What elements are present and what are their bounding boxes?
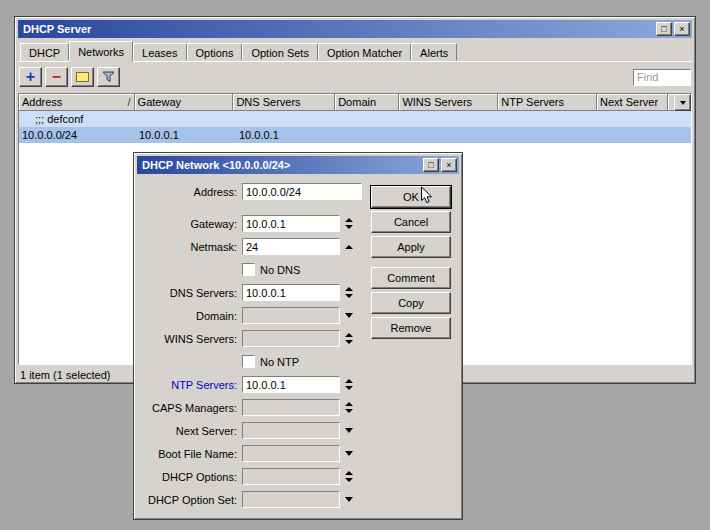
comment-text: ;;; defconf [35, 113, 83, 125]
table-row-comment[interactable]: ;;; defconf [19, 111, 691, 127]
dhcp-option-set-row: DHCP Option Set: [143, 488, 369, 511]
gateway-spinner[interactable] [342, 218, 356, 229]
close-icon: × [679, 24, 684, 34]
spin-down-icon [345, 386, 353, 390]
next-server-dropdown[interactable] [342, 428, 356, 433]
dialog-body: Address: Gateway: Netmask: [137, 174, 459, 509]
column-label: DNS Servers [236, 96, 300, 108]
ok-button[interactable]: OK [371, 186, 451, 208]
gateway-field[interactable] [242, 215, 340, 232]
cell-address: 10.0.0.0/24 [19, 129, 136, 141]
column-header-domain[interactable]: Domain [335, 94, 399, 111]
netmask-label: Netmask: [143, 241, 242, 253]
maximize-button[interactable]: □ [656, 22, 672, 36]
tab-label: DHCP [29, 47, 60, 59]
next-server-field[interactable] [242, 422, 340, 439]
column-header-gateway[interactable]: Gateway [135, 94, 234, 111]
ntp-servers-spinner[interactable] [342, 379, 356, 390]
cancel-button[interactable]: Cancel [371, 211, 451, 233]
address-row: Address: [143, 180, 369, 203]
spin-down-icon [345, 225, 353, 229]
wins-servers-spinner[interactable] [342, 333, 356, 344]
column-select-button[interactable] [674, 94, 691, 111]
column-header-address[interactable]: Address / [19, 94, 135, 111]
dhcp-option-set-field[interactable] [242, 491, 340, 508]
comment-icon [76, 72, 89, 82]
spin-down-icon [345, 409, 353, 413]
dialog-fields: Address: Gateway: Netmask: [143, 180, 369, 511]
tab-leases[interactable]: Leases [133, 43, 186, 61]
tab-alerts[interactable]: Alerts [411, 43, 457, 61]
tab-label: Networks [78, 46, 124, 58]
remove-button[interactable]: − [45, 67, 68, 87]
tab-label: Alerts [420, 47, 448, 59]
tab-label: Leases [142, 47, 177, 59]
dialog-maximize-button[interactable]: □ [423, 158, 439, 172]
column-label: WINS Servers [402, 96, 472, 108]
dns-servers-spinner[interactable] [342, 287, 356, 298]
dropdown-icon [680, 101, 686, 105]
spin-up-icon [345, 333, 353, 337]
maximize-icon: □ [428, 160, 433, 170]
caps-managers-row: CAPS Managers: [143, 396, 369, 419]
find-input[interactable] [633, 69, 691, 86]
close-button[interactable]: × [674, 22, 690, 36]
next-server-label: Next Server: [143, 425, 242, 437]
caps-managers-spinner[interactable] [342, 402, 356, 413]
close-icon: × [446, 160, 451, 170]
remove-button[interactable]: Remove [371, 317, 451, 339]
column-label: Next Server [600, 96, 658, 108]
boot-file-name-field[interactable] [242, 445, 340, 462]
dhcp-options-spinner[interactable] [342, 471, 356, 482]
spin-up-icon [345, 471, 353, 475]
dns-servers-field[interactable] [242, 284, 340, 301]
dhcp-option-set-label: DHCP Option Set: [143, 494, 242, 506]
main-window-titlebar[interactable]: DHCP Server □ × [18, 20, 692, 38]
dropdown-icon [345, 428, 353, 433]
tab-label: Option Matcher [327, 47, 402, 59]
dialog-close-button[interactable]: × [441, 158, 457, 172]
copy-button[interactable]: Copy [371, 292, 451, 314]
no-dns-checkbox[interactable] [242, 263, 255, 276]
dhcp-options-field[interactable] [242, 468, 340, 485]
apply-button[interactable]: Apply [371, 236, 451, 258]
tab-dhcp[interactable]: DHCP [20, 43, 69, 61]
next-server-row: Next Server: [143, 419, 369, 442]
address-field[interactable] [242, 183, 362, 200]
column-header-next-server[interactable]: Next Server [597, 94, 668, 111]
comment-button[interactable] [71, 67, 94, 87]
filter-icon [102, 71, 115, 83]
ntp-servers-field[interactable] [242, 376, 340, 393]
dhcp-option-set-dropdown[interactable] [342, 497, 356, 502]
netmask-up-control[interactable] [342, 245, 356, 249]
spin-up-icon [345, 218, 353, 222]
spin-up-icon [345, 379, 353, 383]
column-header-ntp-servers[interactable]: NTP Servers [498, 94, 597, 111]
caps-managers-field[interactable] [242, 399, 340, 416]
wins-servers-field[interactable] [242, 330, 340, 347]
column-header-dns-servers[interactable]: DNS Servers [233, 94, 335, 111]
main-window-title: DHCP Server [23, 23, 654, 35]
comment-button[interactable]: Comment [371, 267, 451, 289]
tab-option-sets[interactable]: Option Sets [242, 43, 317, 61]
spin-down-icon [345, 294, 353, 298]
dns-servers-label: DNS Servers: [143, 287, 242, 299]
tab-label: Option Sets [251, 47, 308, 59]
cell-dns-servers: 10.0.0.1 [236, 129, 339, 141]
dhcp-options-row: DHCP Options: [143, 465, 369, 488]
add-button[interactable]: + [19, 67, 42, 87]
filter-button[interactable] [97, 67, 120, 87]
domain-field[interactable] [242, 307, 340, 324]
tab-options[interactable]: Options [187, 43, 243, 61]
spin-up-icon [345, 245, 353, 249]
sort-indicator-icon: / [128, 96, 131, 110]
no-ntp-checkbox[interactable] [242, 355, 255, 368]
netmask-field[interactable] [242, 238, 340, 255]
boot-file-name-dropdown[interactable] [342, 451, 356, 456]
dialog-titlebar[interactable]: DHCP Network <10.0.0.0/24> □ × [137, 156, 459, 174]
column-header-wins-servers[interactable]: WINS Servers [399, 94, 498, 111]
tab-networks[interactable]: Networks [69, 41, 133, 62]
table-row-entry[interactable]: 10.0.0.0/24 10.0.0.1 10.0.0.1 [19, 127, 691, 143]
tab-option-matcher[interactable]: Option Matcher [318, 43, 411, 61]
domain-dropdown[interactable] [342, 313, 356, 318]
